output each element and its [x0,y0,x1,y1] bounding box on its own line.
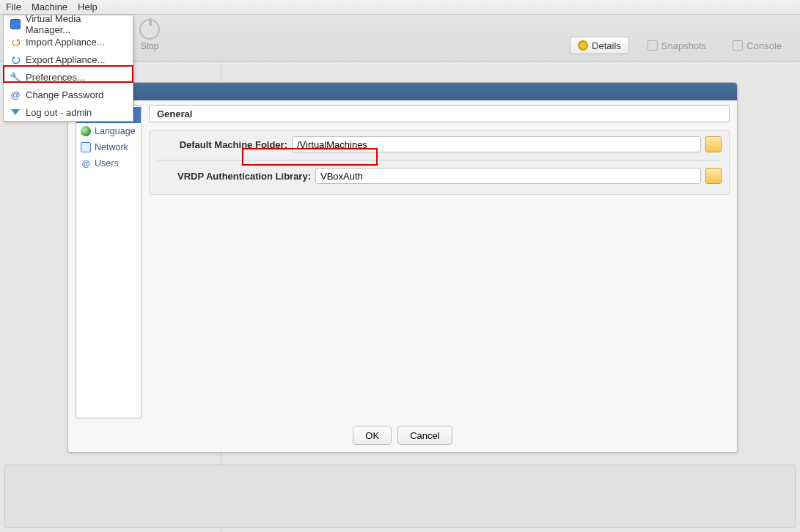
menu-item-label: Virtual Media Manager... [26,13,127,35]
section-heading: General [149,105,730,122]
menu-item-export-appliance[interactable]: ⭮ Export Appliance... [4,51,133,68]
disk-icon [10,18,21,30]
fields-panel: Default Machine Folder: VRDP Authenticat… [149,130,730,195]
dialog-body: General Language Network @ Users General… [76,105,730,418]
menu-item-virtual-media-manager[interactable]: Virtual Media Manager... [4,15,133,33]
stop-label: Stop [139,41,160,51]
logout-icon [10,106,21,118]
status-bar [4,465,796,528]
console-button[interactable]: Console [724,37,790,54]
menu-item-label: Log out - admin [26,107,92,118]
menu-machine[interactable]: Machine [32,1,67,12]
details-button[interactable]: Details [570,37,629,54]
console-label: Console [746,40,782,51]
file-menu-dropdown: Virtual Media Manager... ⭯ Import Applia… [3,15,133,122]
sidebar-item-network[interactable]: Network [76,139,141,155]
menu-item-label: Import Appliance... [26,37,105,48]
menu-item-label: Change Password [26,89,103,100]
import-icon: ⭯ [10,36,21,48]
cancel-button[interactable]: Cancel [397,426,452,445]
sidebar-item-label: Users [95,158,119,169]
default-folder-label: Default Machine Folder: [157,139,287,150]
at-icon: @ [10,89,21,100]
power-icon [139,19,160,40]
details-icon [578,40,588,51]
snapshots-label: Snapshots [661,40,706,51]
preferences-sidebar: General Language Network @ Users [76,105,142,418]
default-folder-input[interactable] [292,136,701,152]
divider [157,160,722,160]
snapshots-icon [647,40,658,51]
network-icon [81,142,91,152]
menu-item-label: Export Appliance... [26,54,105,65]
sidebar-item-label: Network [95,142,128,152]
menubar: File Machine Help [0,0,800,15]
browse-vrdp-button[interactable] [705,168,722,184]
sidebar-item-users[interactable]: @ Users [76,155,141,171]
menu-item-import-appliance[interactable]: ⭯ Import Appliance... [4,33,133,51]
console-icon [733,40,743,51]
dialog-title: nces [68,83,737,100]
users-icon: @ [81,158,91,169]
vrdp-input[interactable] [315,168,701,184]
menu-file[interactable]: File [6,1,21,12]
snapshots-button[interactable]: Snapshots [639,37,714,54]
ok-button[interactable]: OK [353,426,392,445]
menu-help[interactable]: Help [78,1,98,12]
default-folder-row: Default Machine Folder: [157,136,722,152]
sidebar-item-language[interactable]: Language [76,123,141,139]
preferences-content: General Default Machine Folder: VRDP Aut… [149,105,730,418]
menu-item-logout[interactable]: Log out - admin [4,103,133,121]
stop-button[interactable]: Stop [139,19,160,51]
vrdp-row: VRDP Authentication Library: [157,168,722,184]
menu-item-change-password[interactable]: @ Change Password [4,86,133,103]
menu-item-label: Preferences... [26,72,85,83]
wrench-icon: 🔧 [10,71,21,83]
vrdp-label: VRDP Authentication Library: [157,171,311,182]
export-icon: ⭮ [10,53,21,65]
globe-icon [81,126,91,136]
preferences-dialog: nces General Language Network @ Users Ge… [67,82,738,453]
menu-item-preferences[interactable]: 🔧 Preferences... [4,68,133,86]
details-label: Details [592,40,621,51]
sidebar-item-label: Language [95,126,136,136]
toolbar-right-group: Details Snapshots Console [570,37,790,54]
browse-folder-button[interactable] [705,136,722,152]
dialog-footer: OK Cancel [68,426,737,445]
